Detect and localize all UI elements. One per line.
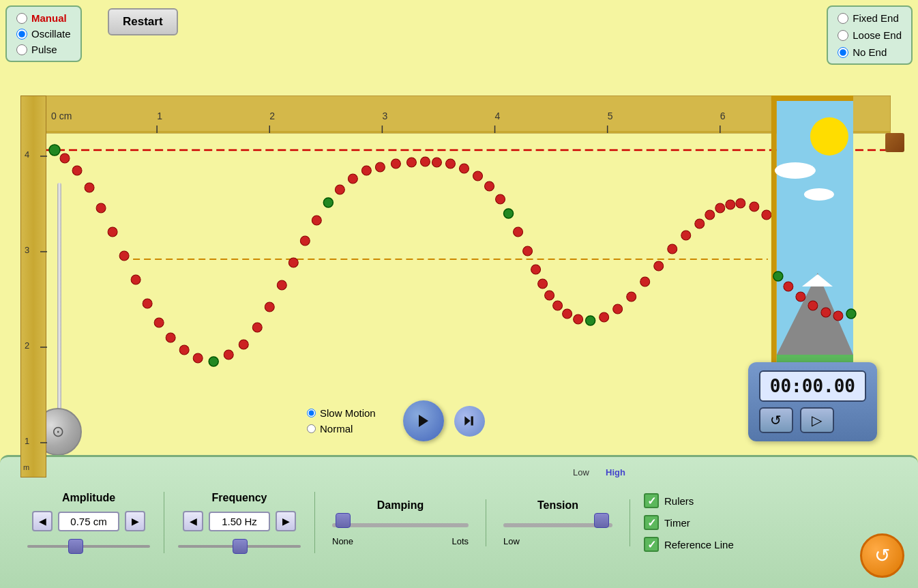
damping-slider-thumb[interactable] (336, 513, 351, 528)
reset-icon: ↺ (874, 544, 890, 567)
oscillate-option[interactable]: Oscillate (16, 28, 71, 40)
timer-checkbox-row[interactable]: ✓ Timer (644, 515, 734, 530)
fixed-end-label: Fixed End (853, 12, 899, 24)
global-reset-button[interactable]: ↺ (860, 533, 904, 578)
svg-point-19 (49, 145, 60, 156)
timer-checkbox[interactable]: ✓ (644, 515, 659, 530)
tension-slider-thumb[interactable] (594, 513, 609, 528)
step-button[interactable] (454, 406, 485, 437)
rulers-checkbox-row[interactable]: ✓ Rulers (644, 493, 734, 508)
svg-point-32 (209, 357, 218, 366)
tension-slider-track (503, 523, 612, 527)
svg-point-38 (288, 258, 298, 267)
svg-point-57 (523, 246, 533, 256)
reference-line-label: Reference Line (664, 539, 734, 550)
no-end-radio[interactable] (838, 47, 848, 58)
reference-line-checkbox[interactable]: ✓ (644, 537, 659, 552)
no-end-option[interactable]: No End (838, 46, 902, 58)
svg-point-39 (300, 236, 310, 246)
timer-display: 00:00.00 (759, 370, 866, 402)
slow-motion-radio[interactable] (307, 409, 316, 417)
svg-point-65 (599, 312, 609, 322)
svg-point-88 (773, 271, 783, 281)
slow-motion-option[interactable]: Slow Motion (307, 407, 376, 419)
svg-point-46 (391, 159, 400, 168)
svg-point-71 (681, 231, 691, 240)
frequency-slider-container (178, 540, 301, 553)
svg-point-72 (695, 219, 705, 229)
amplitude-decrease-button[interactable]: ◀ (32, 511, 53, 531)
amplitude-controls: ◀ 0.75 cm ▶ (32, 511, 145, 531)
svg-rect-80 (771, 95, 853, 101)
svg-point-44 (361, 166, 371, 175)
oscillate-label: Oscillate (31, 28, 71, 40)
svg-point-61 (553, 301, 563, 310)
damping-label: Damping (377, 499, 424, 512)
damping-min-label: None (332, 536, 353, 546)
svg-point-93 (833, 311, 843, 321)
tension-low-label: Low (573, 467, 589, 477)
svg-point-69 (654, 261, 664, 271)
tension-high-label: High (606, 467, 625, 477)
restart-button[interactable]: Restart (108, 8, 178, 35)
manual-radio[interactable] (16, 13, 27, 24)
loose-end-radio[interactable] (838, 30, 848, 41)
svg-point-26 (131, 275, 140, 284)
play-buttons (403, 400, 485, 441)
frequency-increase-button[interactable]: ▶ (276, 511, 296, 531)
timer-step-button[interactable]: ▷ (800, 407, 834, 433)
svg-point-94 (846, 309, 856, 319)
amplitude-increase-button[interactable]: ▶ (125, 511, 145, 531)
svg-text:3: 3 (25, 245, 29, 255)
svg-point-78 (762, 210, 771, 220)
pulse-radio[interactable] (16, 44, 27, 55)
loose-end-option[interactable]: Loose End (838, 29, 902, 41)
svg-point-76 (736, 199, 745, 208)
svg-point-41 (323, 198, 333, 207)
svg-rect-1 (44, 131, 891, 133)
svg-text:3: 3 (382, 111, 387, 121)
svg-point-40 (312, 216, 321, 225)
amplitude-slider-track (27, 545, 150, 548)
svg-point-49 (432, 158, 441, 167)
manual-label: Manual (31, 12, 67, 24)
svg-marker-105 (465, 416, 471, 425)
damping-section: Damping None Lots (315, 499, 486, 546)
fixed-end-option[interactable]: Fixed End (838, 12, 902, 24)
svg-point-25 (119, 251, 129, 261)
svg-point-27 (143, 299, 152, 308)
svg-point-21 (72, 166, 82, 175)
svg-rect-0 (44, 95, 891, 133)
svg-rect-106 (471, 416, 473, 425)
svg-point-29 (166, 333, 175, 342)
pulse-option[interactable]: Pulse (16, 44, 71, 55)
vertical-ruler: 4 3 2 1 m (20, 95, 46, 477)
normal-speed-radio[interactable] (307, 424, 316, 433)
end-handle[interactable] (885, 133, 904, 152)
play-button[interactable] (403, 400, 444, 441)
tension-section: Tension Low (486, 499, 630, 546)
svg-text:6: 6 (720, 111, 726, 121)
rulers-checkbox[interactable]: ✓ (644, 493, 659, 508)
svg-point-75 (726, 200, 735, 209)
svg-point-47 (406, 158, 416, 167)
fixed-end-radio[interactable] (838, 13, 848, 24)
damping-slider-container (332, 518, 469, 532)
svg-point-43 (348, 174, 357, 183)
oscillate-radio[interactable] (16, 29, 27, 40)
svg-point-66 (613, 304, 623, 314)
reference-line-checkbox-row[interactable]: ✓ Reference Line (644, 537, 734, 552)
amplitude-slider-thumb[interactable] (68, 539, 83, 554)
timer-reset-button[interactable]: ↺ (759, 407, 793, 433)
normal-speed-option[interactable]: Normal (307, 423, 376, 435)
svg-point-30 (179, 345, 189, 355)
svg-point-63 (574, 314, 583, 324)
slow-motion-label: Slow Motion (320, 407, 376, 419)
frequency-section: Frequency ◀ 1.50 Hz ▶ (164, 492, 315, 553)
frequency-slider-thumb[interactable] (233, 539, 248, 554)
svg-point-91 (808, 301, 818, 310)
svg-marker-104 (419, 415, 428, 427)
frequency-decrease-button[interactable]: ◀ (183, 511, 203, 531)
tension-range-labels: Low (503, 536, 612, 546)
manual-option[interactable]: Manual (16, 12, 71, 24)
